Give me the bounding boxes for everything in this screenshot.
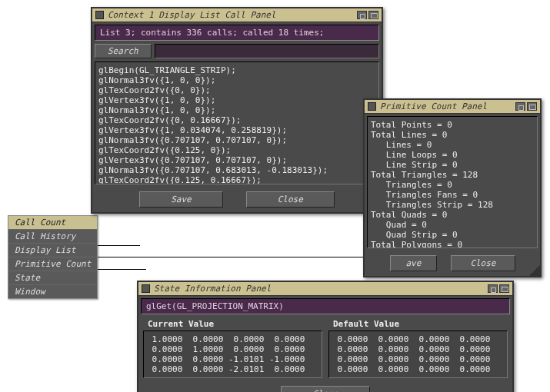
titlebar[interactable]: State Information Panel — [138, 282, 512, 296]
menu-item-display-list[interactable]: Display List — [8, 244, 97, 257]
state-query: glGet(GL_PROJECTION_MATRIX) — [141, 298, 510, 314]
search-button[interactable]: Search — [95, 44, 152, 58]
menu-item-window[interactable]: Window — [8, 285, 97, 298]
maximize-button[interactable] — [527, 102, 537, 111]
window-title: State Information Panel — [154, 284, 486, 294]
context-menu: Call Count Call History Display List Pri… — [8, 215, 98, 299]
minimize-button[interactable] — [357, 11, 367, 19]
maximize-button[interactable] — [368, 11, 378, 19]
minimize-button[interactable] — [488, 284, 498, 293]
close-button[interactable]: Close — [281, 386, 369, 392]
titlebar[interactable]: Context 1 Display List Call Panel — [92, 8, 382, 22]
search-input[interactable] — [155, 44, 379, 58]
maximize-button[interactable] — [499, 284, 509, 293]
window-title: Context 1 Display List Call Panel — [108, 10, 355, 20]
default-value-box: 0.0000 0.0000 0.0000 0.0000 0.0000 0.000… — [328, 331, 508, 378]
window-icon — [368, 102, 376, 111]
window-icon — [95, 11, 104, 19]
resize-handle[interactable] — [529, 265, 540, 276]
primitive-counts: Total Points = 0 Total Lines = 0 Lines =… — [367, 116, 538, 248]
close-button[interactable]: Close — [246, 191, 335, 208]
titlebar[interactable]: Primitive Count Panel — [365, 100, 540, 114]
save-button[interactable]: ave — [390, 255, 438, 271]
menu-item-state[interactable]: State — [8, 271, 97, 285]
minimize-button[interactable] — [515, 102, 525, 111]
connector-line — [86, 257, 366, 257]
menu-item-call-history[interactable]: Call History — [8, 230, 97, 244]
call-list-code: glBegin(GL_TRIANGLE_STRIP); glNormal3fv(… — [95, 61, 379, 184]
status-text: List 3; contains 336 calls; called 18 ti… — [95, 25, 379, 41]
menu-item-call-count[interactable]: Call Count — [8, 216, 97, 230]
menu-item-primitive-count[interactable]: Primitive Count — [8, 257, 97, 271]
call-panel-window: Context 1 Display List Call Panel List 3… — [91, 7, 383, 214]
window-title: Primitive Count Panel — [380, 101, 514, 111]
save-button[interactable]: Save — [139, 191, 223, 208]
current-value-header: Current Value — [143, 317, 322, 331]
state-panel-window: State Information Panel glGet(GL_PROJECT… — [137, 281, 514, 392]
primitive-count-window: Primitive Count Panel Total Points = 0 T… — [363, 98, 542, 277]
window-icon — [142, 284, 150, 293]
current-value-box: 1.0000 0.0000 0.0000 0.0000 0.0000 1.000… — [143, 331, 322, 378]
default-value-header: Default Value — [328, 317, 508, 331]
close-button[interactable]: Close — [451, 255, 515, 271]
